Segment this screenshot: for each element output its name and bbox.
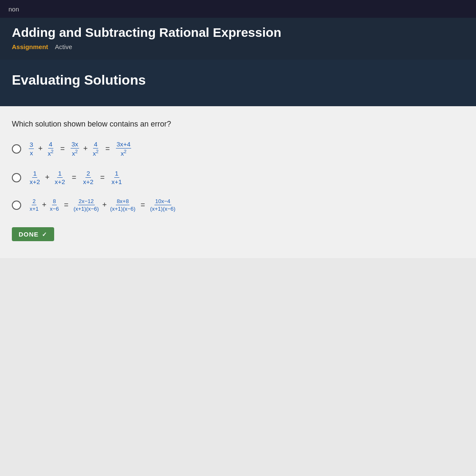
assignment-label: Assignment [12, 43, 48, 50]
frac-4-x2b: 4 x2 [92, 140, 99, 157]
header-section: Adding and Subtracting Rational Expressi… [0, 18, 476, 60]
math-option-1: 3 x + 4 x2 = 3x x2 + 4 x2 = [29, 140, 131, 157]
section-title: Evaluating Solutions [12, 72, 464, 88]
frac-2-xplus1: 2 x+1 [29, 198, 39, 212]
section-header: Evaluating Solutions [0, 60, 476, 106]
frac-1-xplus1: 1 x+1 [110, 170, 123, 185]
frac-8xplus8: 8x+8 (x+1)(x−6) [109, 198, 136, 212]
done-label: DONE [19, 231, 39, 238]
radio-option-2[interactable] [12, 173, 21, 182]
list-item: 1 x+2 + 1 x+2 = 2 x+2 = 1 x+1 [12, 170, 464, 185]
top-bar: non [0, 0, 476, 18]
frac-3x-x2: 3x x2 [71, 140, 79, 157]
list-item: 3 x + 4 x2 = 3x x2 + 4 x2 = [12, 140, 464, 157]
active-label: Active [55, 43, 72, 50]
frac-2-xplus2: 2 x+2 [82, 170, 94, 185]
frac-10xminus4: 10x−4 (x+1)(x−6) [149, 198, 176, 212]
frac-3-x: 3 x [29, 141, 34, 157]
page-title: Adding and Subtracting Rational Expressi… [12, 25, 464, 40]
frac-1-xplus2b: 1 x+2 [54, 170, 66, 185]
options-list: 3 x + 4 x2 = 3x x2 + 4 x2 = [12, 140, 464, 212]
main-content: Which solution shown below contains an e… [0, 106, 476, 258]
done-button[interactable]: DONE ✓ [12, 227, 54, 241]
question-text: Which solution shown below contains an e… [12, 120, 464, 129]
checkmark-icon: ✓ [42, 231, 47, 238]
list-item: 2 x+1 + 8 x−6 = 2x−12 (x+1)(x−6) + 8x+8 … [12, 198, 464, 212]
frac-8-xminus6: 8 x−6 [49, 198, 60, 212]
frac-3xplus4-x2: 3x+4 x2 [116, 140, 132, 157]
frac-1-xplus2a: 1 x+2 [29, 170, 41, 185]
frac-4-x2: 4 x2 [47, 140, 55, 157]
top-bar-text: non [8, 6, 19, 13]
header-meta: Assignment Active [12, 43, 464, 50]
radio-option-3[interactable] [12, 201, 21, 210]
math-option-2: 1 x+2 + 1 x+2 = 2 x+2 = 1 x+1 [29, 170, 123, 185]
radio-option-1[interactable] [12, 144, 21, 154]
math-option-3: 2 x+1 + 8 x−6 = 2x−12 (x+1)(x−6) + 8x+8 … [29, 198, 176, 212]
frac-2xminus12: 2x−12 (x+1)(x−6) [73, 198, 100, 212]
